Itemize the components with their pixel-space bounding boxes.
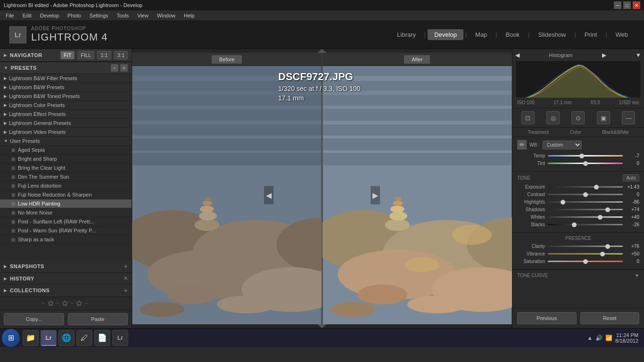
- preset-post-sunflare[interactable]: ⊞ Post - Sunflare Left {RAW Prett...: [0, 217, 132, 226]
- previous-button[interactable]: Previous: [517, 312, 577, 324]
- navigator-header[interactable]: ▶ Navigator FIT FILL 1:1 3:1: [0, 49, 132, 62]
- preset-fuji-noise[interactable]: ⊞ Fuji Noise Reduction & Sharpen: [0, 190, 132, 199]
- preset-group-bw-toned[interactable]: ▶ Lightroom B&W Toned Presets: [0, 92, 132, 101]
- taskbar-clock[interactable]: 11:24 PM 8/18/2012: [615, 332, 638, 344]
- tab-develop[interactable]: Develop: [428, 29, 463, 40]
- preset-group-bw[interactable]: ▶ Lightroom B&W Presets: [0, 83, 132, 92]
- nav-3to1-btn[interactable]: 3:1: [114, 51, 128, 59]
- gradient-tool[interactable]: ▣: [597, 111, 610, 124]
- tab-slideshow[interactable]: Slideshow: [531, 29, 572, 40]
- right-panel-toggle[interactable]: ▶: [371, 186, 380, 205]
- auto-button[interactable]: Auto: [623, 174, 639, 181]
- snapshots-row[interactable]: ▶ Snapshots +: [0, 260, 132, 273]
- redeye-tool[interactable]: ⊙: [571, 111, 585, 124]
- menu-edit[interactable]: Edit: [19, 12, 35, 19]
- shadows-slider[interactable]: [548, 209, 623, 210]
- tab-map[interactable]: Map: [469, 29, 494, 40]
- close-button[interactable]: ✕: [633, 1, 640, 9]
- collections-row[interactable]: ▶ Collections +: [0, 284, 132, 297]
- nav-1to1-btn[interactable]: 1:1: [97, 51, 111, 59]
- tone-curve-hint[interactable]: Tone Curve ▼: [512, 270, 644, 281]
- preset-group-general[interactable]: ▶ Lightroom General Presets: [0, 119, 132, 128]
- blacks-thumb[interactable]: [572, 222, 577, 227]
- exposure-thumb[interactable]: [594, 185, 599, 189]
- taskbar-lightroom-icon[interactable]: Lr: [41, 330, 57, 346]
- snapshots-add-btn[interactable]: +: [124, 263, 128, 270]
- tab-web[interactable]: Web: [609, 29, 635, 40]
- tab-book[interactable]: Book: [499, 29, 526, 40]
- reset-button[interactable]: Reset: [580, 312, 640, 324]
- menu-tools[interactable]: Tools: [113, 12, 133, 19]
- top-panel-toggle[interactable]: [317, 49, 327, 53]
- highlights-thumb[interactable]: [561, 200, 565, 205]
- tab-print[interactable]: Print: [578, 29, 604, 40]
- start-button[interactable]: ⊞: [2, 329, 20, 347]
- presets-plus-btn[interactable]: +: [120, 64, 128, 72]
- menu-photo[interactable]: Photo: [64, 12, 85, 19]
- preset-dim-summer[interactable]: ⊞ Dim The Summer Sun: [0, 173, 132, 181]
- tab-library[interactable]: Library: [390, 29, 422, 40]
- presets-minus-btn[interactable]: −: [111, 64, 118, 72]
- saturation-thumb[interactable]: [583, 259, 588, 264]
- copy-button[interactable]: Copy...: [4, 313, 64, 325]
- taskbar-wifi-icon[interactable]: 📶: [605, 335, 612, 341]
- tint-slider[interactable]: [548, 163, 623, 164]
- menu-settings[interactable]: Settings: [86, 12, 112, 19]
- temp-thumb[interactable]: [579, 154, 584, 158]
- left-panel-toggle[interactable]: ◀: [264, 186, 273, 205]
- wb-eyedropper-btn[interactable]: ✏: [517, 140, 527, 149]
- preset-group-color[interactable]: ▶ Lightroom Color Presets: [0, 101, 132, 110]
- preset-bring-clear[interactable]: ⊞ Bring the Clear Light: [0, 164, 132, 173]
- wb-select[interactable]: Custom As Shot Auto Daylight Cloudy Shad…: [543, 140, 582, 149]
- menu-view[interactable]: View: [133, 12, 152, 19]
- brush-tool[interactable]: —: [622, 111, 635, 124]
- history-row[interactable]: ▶ History ✕: [0, 273, 132, 284]
- history-clear-btn[interactable]: ✕: [124, 275, 128, 281]
- paste-button[interactable]: Paste: [68, 313, 128, 325]
- menu-develop[interactable]: Develop: [36, 12, 63, 19]
- preset-group-effect[interactable]: ▶ Lightroom Effect Presets: [0, 110, 132, 119]
- preset-sharp-tack[interactable]: ⊞ Sharp as a tack: [0, 235, 132, 244]
- whites-slider[interactable]: [548, 216, 623, 218]
- preset-group-bw-filter[interactable]: ▶ Lightroom B&W Filter Presets: [0, 74, 132, 83]
- preset-low-hdr[interactable]: ⊞ Low HDR Painting: [0, 199, 132, 208]
- taskbar-lr2-icon[interactable]: Lr: [112, 330, 128, 346]
- preset-aged-sepia[interactable]: ⊞ Aged Sepia: [0, 146, 132, 155]
- preset-no-noise[interactable]: ⊞ No More Noise: [0, 208, 132, 217]
- vibrance-thumb[interactable]: [600, 252, 605, 256]
- menu-file[interactable]: File: [2, 12, 18, 19]
- taskbar-app3-icon[interactable]: 🖊: [76, 330, 92, 346]
- tint-thumb[interactable]: [583, 161, 588, 166]
- collections-add-btn[interactable]: +: [124, 287, 128, 294]
- exposure-slider[interactable]: [548, 186, 623, 188]
- blacks-slider[interactable]: [548, 224, 623, 225]
- contrast-slider[interactable]: [548, 194, 623, 195]
- whites-thumb[interactable]: [598, 215, 603, 220]
- vibrance-slider[interactable]: [548, 253, 623, 255]
- highlights-slider[interactable]: [548, 201, 623, 203]
- menu-window[interactable]: Window: [153, 12, 179, 19]
- nav-fill-btn[interactable]: FILL: [77, 51, 94, 59]
- heal-tool[interactable]: ◎: [546, 111, 560, 124]
- taskbar-chrome-icon[interactable]: 🌐: [58, 330, 74, 346]
- crop-tool[interactable]: ⊡: [521, 111, 535, 124]
- taskbar-explorer-icon[interactable]: 📁: [23, 330, 39, 346]
- shadows-thumb[interactable]: [605, 207, 610, 212]
- taskbar-word-icon[interactable]: 📄: [94, 330, 110, 346]
- preset-fuji-lens[interactable]: ⊞ Fuji Lens distortion: [0, 181, 132, 190]
- preset-group-video[interactable]: ▶ Lightroom Video Presets: [0, 128, 132, 137]
- preset-post-warm[interactable]: ⊞ Post - Warm Sun {RAW Pretty P...: [0, 226, 132, 235]
- saturation-slider[interactable]: [548, 261, 623, 262]
- temp-slider[interactable]: [548, 155, 623, 156]
- maximize-button[interactable]: □: [623, 1, 631, 9]
- contrast-thumb[interactable]: [583, 192, 588, 197]
- preset-group-user[interactable]: ▼ User Presets: [0, 137, 132, 146]
- bottom-panel-toggle[interactable]: [317, 324, 327, 328]
- presets-header[interactable]: ▼ Presets − +: [0, 62, 132, 74]
- minimize-button[interactable]: ─: [614, 1, 621, 9]
- taskbar-volume-icon[interactable]: 🔊: [595, 335, 603, 341]
- preset-bright-sharp[interactable]: ⊞ Bright and Sharp: [0, 155, 132, 164]
- menu-help[interactable]: Help: [180, 12, 198, 19]
- nav-fit-btn[interactable]: FIT: [60, 51, 75, 59]
- clarity-thumb[interactable]: [605, 244, 610, 249]
